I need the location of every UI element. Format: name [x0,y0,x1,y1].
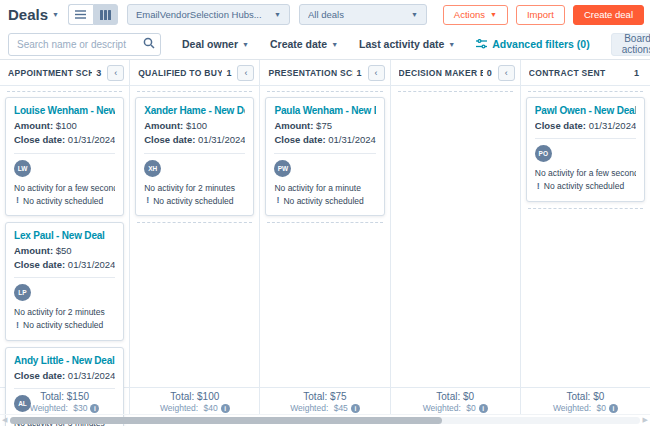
avatar[interactable]: PW [274,160,291,177]
column-footer: Total: $0 Weighted: $0 i [391,388,521,414]
column-footer: Total: $150 Weighted: $30 i [0,388,130,414]
card-list: Xander Hame - New Deal Amount: $100 Clos… [135,97,254,223]
info-icon[interactable]: i [609,404,618,413]
column-footers: Total: $150 Weighted: $30 i Total: $100 … [0,387,650,414]
close-date-row: Close date: 01/31/2024 [535,119,636,133]
avatar[interactable]: LW [14,160,31,177]
info-icon[interactable]: i [351,404,360,413]
avatar[interactable]: PO [535,145,552,162]
column-footer: Total: $0 Weighted: $0 i [521,388,650,414]
drop-slot-line [528,91,643,92]
scroll-right-arrow-icon[interactable]: ▶ [643,416,648,424]
deal-card[interactable]: Pawl Owen - New Deal Close date: 01/31/2… [526,97,645,202]
deal-card[interactable]: Xander Hame - New Deal Amount: $100 Clos… [135,97,254,216]
advanced-filters-link[interactable]: Advanced filters (0) [476,38,589,50]
warning-icon: ! [537,180,540,194]
last-activity-date-filter-label: Last activity date [359,38,444,50]
create-deal-button[interactable]: Create deal [573,5,644,25]
close-date-value: 01/31/2024 [586,120,636,131]
close-date-row: Close date: 01/31/2024 [144,133,245,147]
deal-title-link[interactable]: Andy Little - New Deal [14,354,115,367]
column-total: Total: $150 [0,390,129,403]
column-weighted: Weighted: $0 i [521,403,650,413]
chevron-down-icon: ▼ [242,41,249,48]
column-header: CONTRACT SENT 1 ‹ [521,60,650,85]
deal-card[interactable]: Louise Wenham - New Deal Amount: $100 Cl… [5,97,124,216]
collapse-column-button[interactable]: ‹ [368,65,385,81]
deal-owner-filter[interactable]: Deal owner ▼ [182,38,249,50]
amount-row: Amount: $50 [14,244,115,258]
amount-value: $100 [53,120,77,131]
drop-slot-line [267,222,382,223]
amount-label: Amount: [14,120,53,131]
collapse-column-button[interactable]: ‹ [237,65,254,81]
board-view-button[interactable] [93,4,118,25]
column-name: DECISION MAKER BOUGHT-... [399,68,483,78]
column-weighted: Weighted: $30 i [0,403,129,413]
column-total: Total: $75 [260,390,389,403]
info-icon[interactable]: i [221,404,230,413]
card-divider [535,138,636,139]
import-button[interactable]: Import [516,5,565,25]
list-view-icon [75,10,86,19]
search-input[interactable] [8,33,161,56]
amount-label: Amount: [144,120,183,131]
deal-card[interactable]: Lex Paul - New Deal Amount: $50 Close da… [5,222,124,341]
column-body: Paula Wenham - New Deal Amount: $75 Clos… [260,86,390,387]
activity-status: No activity for a few seconds [14,182,115,195]
column-weighted-label: Weighted: [553,403,591,413]
pipeline-select[interactable]: EmailVendorSelection Hubs... ▼ [127,4,290,25]
drop-slot-line [7,91,122,92]
scrollbar-thumb[interactable] [10,417,442,424]
scheduled-status-text: No activity scheduled [544,180,624,193]
column-body: Pawl Owen - New Deal Close date: 01/31/2… [521,86,650,387]
deal-owner-filter-label: Deal owner [182,38,238,50]
close-date-label: Close date: [14,259,65,270]
create-date-filter[interactable]: Create date ▼ [270,38,338,50]
last-activity-date-filter[interactable]: Last activity date ▼ [359,38,455,50]
search-icon [143,37,155,49]
drop-slot-line [137,91,252,92]
deal-title-link[interactable]: Pawl Owen - New Deal [535,104,636,117]
deal-title-link[interactable]: Louise Wenham - New Deal [14,104,115,117]
advanced-filters-label: Advanced filters (0) [492,38,589,50]
close-date-label: Close date: [14,370,65,381]
drop-slot-line [398,91,513,92]
column-total-label: Total: [567,391,591,402]
column-weighted: Weighted: $40 i [130,403,259,413]
scheduled-status: ! No activity scheduled [274,194,375,208]
close-date-label: Close date: [14,134,65,145]
column-weighted-label: Weighted: [423,403,461,413]
deal-title-link[interactable]: Xander Hame - New Deal [144,104,245,117]
avatar[interactable]: XH [144,160,161,177]
warning-icon: ! [146,194,149,208]
card-divider [144,153,245,154]
scroll-left-arrow-icon[interactable]: ◀ [2,416,7,424]
deal-title-link[interactable]: Paula Wenham - New Deal [274,104,375,117]
collapse-column-button[interactable]: ‹ [107,65,124,81]
scheduled-status-text: No activity scheduled [153,195,233,208]
column-total-value: $100 [194,391,219,402]
card-list: Pawl Owen - New Deal Close date: 01/31/2… [526,97,645,209]
info-icon[interactable]: i [479,404,488,413]
column-total-label: Total: [170,391,194,402]
close-date-label: Close date: [274,134,325,145]
chevron-down-icon: ▼ [448,41,455,48]
actions-button[interactable]: Actions ▼ [443,5,508,25]
column-total: Total: $100 [130,390,259,403]
board-actions-button[interactable]: Board actions ▼ [611,33,650,56]
board-actions-label: Board actions [622,33,650,55]
collapse-column-button[interactable]: ‹ [498,65,515,81]
deals-view-select[interactable]: All deals ▼ [299,4,427,25]
close-date-row: Close date: 01/31/2024 [14,258,115,272]
deal-card[interactable]: Paula Wenham - New Deal Amount: $75 Clos… [265,97,384,216]
page-title-menu[interactable]: Deals ▼ [8,6,59,23]
deal-title-link[interactable]: Lex Paul - New Deal [14,229,115,242]
avatar[interactable]: LP [14,284,31,301]
scheduled-status: ! No activity scheduled [535,180,636,194]
scheduled-status: ! No activity scheduled [14,319,115,333]
list-view-button[interactable] [68,4,93,25]
amount-label: Amount: [274,120,313,131]
horizontal-scrollbar: ◀ ▶ [0,414,650,425]
info-icon[interactable]: i [90,404,99,413]
